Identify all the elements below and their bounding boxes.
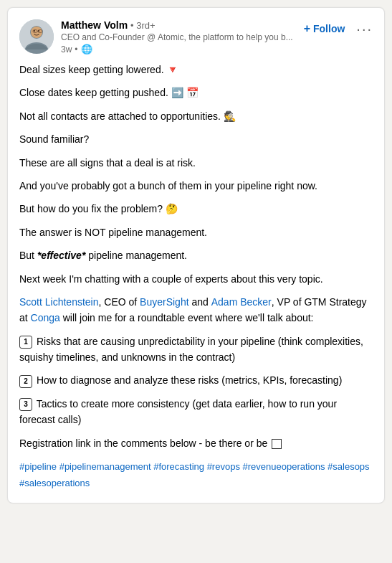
hashtag-salesoperations[interactable]: #salesoperations (19, 478, 90, 488)
user-time: 3w • 🌐 (61, 44, 293, 55)
item3-text: Tactics to create more consistency (get … (19, 398, 337, 425)
line11-mid2: and (189, 296, 211, 308)
more-options-button[interactable]: ··· (356, 22, 373, 36)
hashtag-forecasting[interactable]: #forecasting (153, 461, 206, 472)
follow-label: Follow (313, 23, 345, 34)
post-line-8: The answer is NOT pipeline management. (19, 224, 373, 240)
separator: • (75, 44, 77, 55)
post-line-3: Not all contacts are attached to opportu… (19, 108, 373, 124)
hashtags: #pipeline #pipelinemanagement #forecasti… (19, 458, 373, 491)
post-time: 3w (61, 44, 72, 55)
conga-link[interactable]: Conga (31, 312, 60, 323)
post-line-1: Deal sizes keep getting lowered. 🔻 (19, 62, 373, 77)
follow-plus-icon: + (304, 22, 310, 35)
reg-text: Registration link in the comments below … (19, 437, 267, 449)
number-2-icon: 2 (19, 375, 32, 388)
scott-link[interactable]: Scott Lichtenstein (19, 296, 99, 308)
post-body: Deal sizes keep getting lowered. 🔻 Close… (19, 62, 373, 491)
avatar[interactable] (19, 19, 54, 54)
post-card: Matthew Volm • 3rd+ CEO and Co-Founder @… (7, 7, 385, 503)
post-item-3: 3 Tactics to create more consistency (ge… (19, 396, 373, 428)
hashtag-salesops[interactable]: #salesops (328, 461, 370, 472)
user-name[interactable]: Matthew Volm (61, 19, 128, 31)
post-line-2: Close dates keep getting pushed. ➡️ 📅 (19, 85, 373, 100)
item2-text: How to diagnose and analyze these risks … (37, 374, 342, 386)
follow-button[interactable]: + Follow (298, 19, 351, 38)
emphasis-text: *effective* (37, 250, 85, 261)
user-info: Matthew Volm • 3rd+ CEO and Co-Founder @… (61, 19, 293, 55)
post-line-6: And you've probably got a bunch of them … (19, 178, 373, 194)
post-registration: Registration link in the comments below … (19, 435, 373, 451)
hashtag-revops[interactable]: #revops (207, 461, 243, 472)
post-item-1: 1 Risks that are causing unpredictabilit… (19, 333, 373, 366)
post-line-4: Sound familiar? (19, 131, 373, 147)
post-line-10: Next week I'm chatting with a couple of … (19, 271, 373, 287)
adam-link[interactable]: Adam Becker (211, 296, 272, 308)
post-header: Matthew Volm • 3rd+ CEO and Co-Founder @… (19, 19, 373, 55)
number-3-icon: 3 (19, 398, 32, 411)
svg-point-4 (34, 30, 35, 32)
header-left: Matthew Volm • 3rd+ CEO and Co-Founder @… (19, 19, 293, 55)
post-line-11: Scott Lichtenstein, CEO of BuyerSight an… (19, 294, 373, 326)
post-line-7: But how do you fix the problem? 🤔 (19, 201, 373, 217)
user-bio: CEO and Co-Founder @ Atomic, the platfor… (61, 32, 293, 42)
item1-text: Risks that are causing unpredictability … (19, 336, 363, 363)
header-actions: + Follow ··· (298, 19, 373, 38)
square-icon (272, 439, 282, 449)
number-1-icon: 1 (19, 336, 32, 349)
post-line-9: But *effective* pipeline management. (19, 247, 373, 263)
user-degree: • 3rd+ (130, 20, 156, 31)
post-item-2: 2 How to diagnose and analyze these risk… (19, 372, 373, 388)
post-line-5: These are all signs that a deal is at ri… (19, 155, 373, 171)
hashtag-revenueoperations[interactable]: #revenueoperations (243, 461, 328, 472)
buyersight-link[interactable]: BuyerSight (140, 296, 188, 308)
line11-end: will join me for a roundtable event wher… (60, 312, 314, 323)
user-name-row: Matthew Volm • 3rd+ (61, 19, 293, 31)
line11-mid1: , CEO of (99, 296, 140, 308)
globe-icon: 🌐 (81, 44, 92, 55)
hashtag-pipelinemanagement[interactable]: #pipelinemanagement (59, 461, 154, 472)
hashtag-pipeline[interactable]: #pipeline (19, 461, 59, 472)
